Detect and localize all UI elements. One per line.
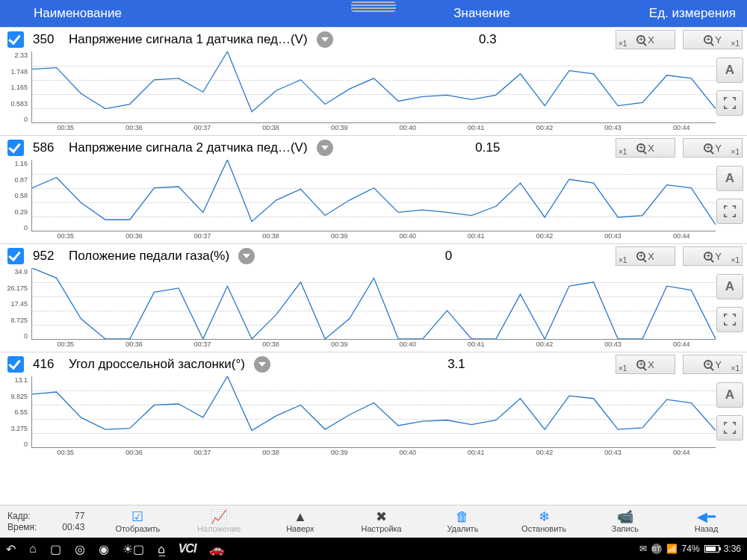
fullscreen-button[interactable] [716,307,743,332]
drag-grip-icon[interactable] [351,1,396,12]
param-value: 3.1 [418,357,465,372]
y-axis-labels: 13.19.8256.553.2750 [0,376,30,448]
param-name: Напряжение сигнала 1 датчика пед…(V) [69,32,308,47]
param-value: 0 [415,249,452,264]
param-value: 0.15 [445,140,500,155]
header-value: Значение [224,6,620,21]
param-id: 586 [33,140,61,155]
chevron-down-icon[interactable] [317,140,333,156]
zoom-x-button[interactable]: ×1X [616,355,675,374]
top-button[interactable]: ▲Наверх [260,505,341,538]
param-id: 350 [33,32,61,47]
param-name: Угол дроссельной заслонки(°) [69,357,245,372]
nav-car-icon[interactable]: 🚗 [209,542,224,556]
wifi-icon: 📶 [666,544,678,554]
frame-time-info: Кадр: 77 Время: 00:43 [0,511,97,533]
chevron-down-icon[interactable] [238,248,255,264]
y-axis-labels: 34.926.17517.458.7250 [0,268,30,340]
chevron-down-icon[interactable] [254,356,270,373]
record-button[interactable]: 📹Запись [585,505,666,538]
chevron-down-icon[interactable] [317,31,333,48]
autoscale-button[interactable]: A [716,274,743,299]
y-axis-labels: 1.160.870.580.290 [0,160,30,231]
battery-percent: 74% [682,544,700,554]
zoom-y-button[interactable]: Y×1 [683,30,743,49]
system-navbar: ↶ ⌂ ▢ ◎ ◉ ☀▢ ⌂̲ VCI 🚗 ✉ BT 📶 74% 3:36 [0,538,747,560]
nav-back-icon[interactable]: ↶ [6,542,16,556]
fullscreen-button[interactable] [716,199,743,224]
show-button[interactable]: ☑Отобразить [97,505,179,538]
bottom-toolbar: Кадр: 77 Время: 00:43 ☑Отобразить 📈Налож… [0,505,747,538]
x-axis-labels: 00:3500:3600:3700:3800:3900:4000:4100:42… [31,340,716,352]
parameter-row: 350Напряжение сигнала 1 датчика пед…(V)0… [0,27,747,135]
chart-plot[interactable] [31,160,716,231]
zoom-y-button[interactable]: Y×1 [683,355,743,374]
y-axis-labels: 2.331.7481.1650.5830 [0,52,30,123]
x-axis-labels: 00:3500:3600:3700:3800:3900:4000:4100:42… [31,232,716,243]
header-name: Наименование [0,6,224,21]
settings-button[interactable]: ✖Настройка [341,505,422,538]
zoom-x-button[interactable]: ×1X [616,246,675,266]
parameter-row: 416Угол дроссельной заслонки(°)3.1×1XY×1… [0,352,747,460]
delete-button[interactable]: 🗑Удалить [422,505,503,538]
zoom-x-button[interactable]: ×1X [616,30,675,49]
zoom-y-button[interactable]: Y×1 [683,246,743,266]
back-button[interactable]: ◀━Назад [666,505,747,538]
autoscale-button[interactable]: A [716,382,743,408]
row-checkbox[interactable] [7,140,24,156]
nav-vci-icon[interactable]: VCI [179,542,196,556]
overlay-button[interactable]: 📈Наложение [179,505,260,538]
row-checkbox[interactable] [7,31,24,48]
nav-browser-icon[interactable]: ◎ [75,542,85,556]
parameter-row: 952Положение педали газа(%)0×1XY×134.926… [0,243,747,352]
row-checkbox[interactable] [7,356,24,373]
param-id: 952 [33,249,61,264]
parameter-row: 586Напряжение сигнала 2 датчика пед…(V)0… [0,135,747,243]
stop-button[interactable]: ❄Остановить [503,505,585,538]
zoom-y-button[interactable]: Y×1 [683,138,743,158]
param-name: Напряжение сигнала 2 датчика пед…(V) [69,140,308,155]
mail-icon[interactable]: ✉ [639,544,647,554]
bt-badge: BT [651,544,662,554]
param-id: 416 [33,357,61,372]
nav-shop-icon[interactable]: ⌂̲ [158,542,165,556]
chart-plot[interactable] [31,268,716,340]
nav-home-icon[interactable]: ⌂ [29,542,37,556]
param-name: Положение педали газа(%) [69,249,229,264]
column-header-bar: Наименование Значение Ед. измерения [0,0,747,27]
param-value: 0.3 [449,32,497,47]
autoscale-button[interactable]: A [716,166,743,191]
nav-brightness-icon[interactable]: ☀▢ [123,542,144,556]
fullscreen-button[interactable] [716,415,743,441]
nav-recent-icon[interactable]: ▢ [50,542,61,556]
zoom-x-button[interactable]: ×1X [616,138,675,158]
battery-icon [704,545,719,553]
autoscale-button[interactable]: A [716,57,743,83]
header-unit: Ед. измерения [620,6,747,21]
fullscreen-button[interactable] [716,90,743,116]
clock: 3:36 [724,544,741,554]
nav-camera-icon[interactable]: ◉ [99,542,109,556]
row-checkbox[interactable] [7,248,24,264]
x-axis-labels: 00:3500:3600:3700:3800:3900:4000:4100:42… [31,124,716,135]
x-axis-labels: 00:3500:3600:3700:3800:3900:4000:4100:42… [31,449,716,460]
chart-plot[interactable] [31,52,716,123]
chart-plot[interactable] [31,376,716,448]
